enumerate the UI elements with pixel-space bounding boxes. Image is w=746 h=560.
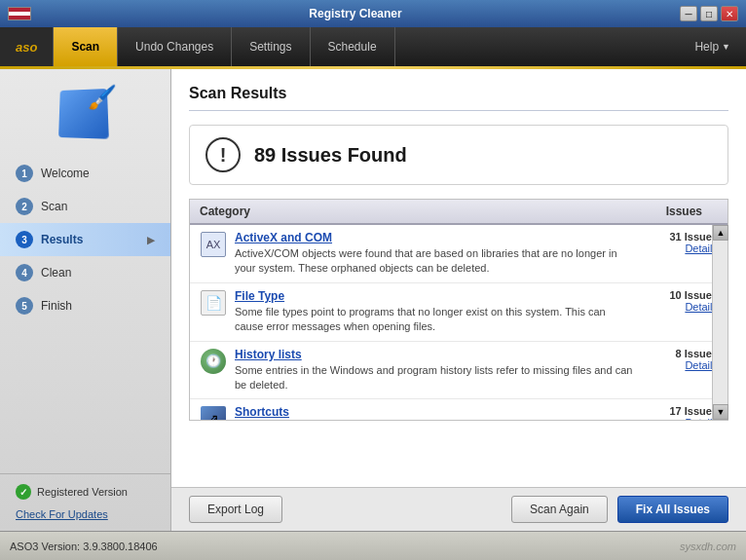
filetype-issues-col: 10 Issues Details xyxy=(636,289,718,313)
nav-bar: aso Scan Undo Changes Settings Schedule … xyxy=(0,27,746,66)
col-issues-header: Issues xyxy=(605,205,702,218)
page-title: Scan Results xyxy=(189,85,728,111)
minimize-button[interactable]: ─ xyxy=(680,6,697,21)
status-bar: ASO3 Version: 3.9.3800.18406 sysxdh.com xyxy=(0,531,746,560)
shortcuts-details-link[interactable]: Details xyxy=(636,417,718,420)
table-body: AX ActiveX and COM ActiveX/COM objects w… xyxy=(190,225,727,420)
step-5-number: 5 xyxy=(16,297,33,315)
version-label: ASO3 Version: 3.9.3800.18406 xyxy=(10,541,158,552)
history-icon: 🕐 xyxy=(200,348,227,375)
check-updates-link[interactable]: Check For Updates xyxy=(16,508,108,520)
sidebar-item-welcome[interactable]: 1 Welcome xyxy=(0,157,170,190)
scrollbar-track: ▲ ▼ xyxy=(712,225,727,420)
activex-count: 31 Issues xyxy=(669,231,718,243)
brush-icon: 🖌️ xyxy=(88,84,117,111)
shortcuts-icon: ⇗ xyxy=(200,405,227,420)
tab-settings[interactable]: Settings xyxy=(232,27,310,66)
step-4-number: 4 xyxy=(16,264,33,281)
activex-desc: ActiveX/COM objects were found that are … xyxy=(235,246,636,277)
nav-tabs: Scan Undo Changes Settings Schedule xyxy=(54,27,394,66)
nav-logo: aso xyxy=(0,27,54,66)
step-3-arrow-icon: ▶ xyxy=(147,235,155,245)
activex-issues-col: 31 Issues Details xyxy=(636,231,718,254)
results-table: Category Issues AX ActiveX and COM xyxy=(189,199,728,421)
registered-label: Registered Version xyxy=(37,486,128,498)
scrollbar-up-button[interactable]: ▲ xyxy=(713,225,728,241)
maximize-button[interactable]: □ xyxy=(700,6,718,21)
row-content: File Type Some file types point to progr… xyxy=(235,289,636,335)
help-arrow-icon: ▼ xyxy=(722,42,730,52)
tab-scan[interactable]: Scan xyxy=(54,27,118,66)
tab-undo-changes[interactable]: Undo Changes xyxy=(118,27,232,66)
table-row: 🕐 History lists Some entries in the Wind… xyxy=(190,342,727,400)
flag-icon xyxy=(8,7,31,20)
step-2-label: Scan xyxy=(41,200,67,213)
sidebar-item-results[interactable]: 3 Results ▶ xyxy=(0,223,170,256)
history-issues-col: 8 Issues Details xyxy=(636,348,718,371)
sidebar-item-scan[interactable]: 2 Scan xyxy=(0,190,170,223)
action-bar: Export Log Scan Again Fix All Issues xyxy=(171,487,746,531)
export-log-button[interactable]: Export Log xyxy=(189,496,282,523)
title-bar: Registry Cleaner ─ □ ✕ xyxy=(0,0,746,27)
issues-count-label: 89 Issues Found xyxy=(254,144,407,167)
table-row: AX ActiveX and COM ActiveX/COM objects w… xyxy=(190,225,727,283)
warning-icon: ! xyxy=(205,137,241,172)
sidebar-item-finish[interactable]: 5 Finish xyxy=(0,289,170,322)
row-content: ActiveX and COM ActiveX/COM objects were… xyxy=(235,231,636,277)
history-details-link[interactable]: Details xyxy=(636,359,718,371)
issues-banner: ! 89 Issues Found xyxy=(189,125,728,185)
close-button[interactable]: ✕ xyxy=(721,6,738,21)
tab-schedule[interactable]: Schedule xyxy=(311,27,395,66)
activex-details-link[interactable]: Details xyxy=(636,243,718,254)
window-title: Registry Cleaner xyxy=(31,7,680,20)
activex-icon: AX xyxy=(200,231,227,258)
step-4-label: Clean xyxy=(41,266,71,280)
filetype-icon: 📄 xyxy=(200,289,227,317)
table-body-container: AX ActiveX and COM ActiveX/COM objects w… xyxy=(190,225,727,420)
fix-all-button[interactable]: Fix All Issues xyxy=(617,496,728,523)
filetype-details-link[interactable]: Details xyxy=(636,301,718,313)
shortcuts-link[interactable]: Shortcuts xyxy=(235,405,289,419)
window-controls: ─ □ ✕ xyxy=(680,6,738,21)
scan-again-button[interactable]: Scan Again xyxy=(511,496,608,523)
col-category-header: Category xyxy=(200,205,605,218)
sidebar-steps: 1 Welcome 2 Scan 3 Results ▶ 4 Clean 5 F… xyxy=(0,157,170,473)
step-3-label: Results xyxy=(41,233,83,246)
filetype-link[interactable]: File Type xyxy=(235,289,284,303)
filetype-desc: Some file types point to programs that n… xyxy=(235,305,636,335)
sidebar-logo: 🖌️ xyxy=(0,79,170,157)
table-header: Category Issues xyxy=(190,200,727,225)
table-row: ⇗ Shortcuts Some shortcuts on your syste… xyxy=(190,399,727,420)
table-row: 📄 File Type Some file types point to pro… xyxy=(190,283,727,342)
sidebar-bottom: ✓ Registered Version Check For Updates xyxy=(0,473,170,531)
row-content: History lists Some entries in the Window… xyxy=(235,348,636,393)
history-desc: Some entries in the Windows and program … xyxy=(235,363,636,393)
step-1-number: 1 xyxy=(16,165,33,182)
content-inner: Scan Results ! 89 Issues Found Category … xyxy=(171,69,746,487)
step-2-number: 2 xyxy=(16,198,33,215)
scrollbar-down-button[interactable]: ▼ xyxy=(713,404,728,420)
check-icon: ✓ xyxy=(16,484,31,500)
right-actions: Scan Again Fix All Issues xyxy=(511,496,728,523)
registered-badge: ✓ Registered Version xyxy=(16,484,155,500)
shortcuts-count: 17 Issues xyxy=(669,405,718,417)
sidebar-item-clean[interactable]: 4 Clean xyxy=(0,256,170,289)
content-area: Scan Results ! 89 Issues Found Category … xyxy=(171,69,746,531)
main-layout: 🖌️ 1 Welcome 2 Scan 3 Results ▶ 4 Clean xyxy=(0,69,746,531)
help-menu[interactable]: Help ▼ xyxy=(679,27,746,66)
watermark-label: sysxdh.com xyxy=(680,541,736,552)
step-5-label: Finish xyxy=(41,299,72,313)
app-logo: 🖌️ xyxy=(58,89,112,142)
history-link[interactable]: History lists xyxy=(235,348,302,361)
sidebar: 🖌️ 1 Welcome 2 Scan 3 Results ▶ 4 Clean xyxy=(0,69,171,531)
step-3-number: 3 xyxy=(16,231,33,248)
row-content: Shortcuts Some shortcuts on your system … xyxy=(235,405,636,420)
filetype-count: 10 Issues xyxy=(669,289,718,301)
step-1-label: Welcome xyxy=(41,167,90,180)
shortcuts-issues-col: 17 Issues Details xyxy=(636,405,718,420)
activex-link[interactable]: ActiveX and COM xyxy=(235,231,332,244)
